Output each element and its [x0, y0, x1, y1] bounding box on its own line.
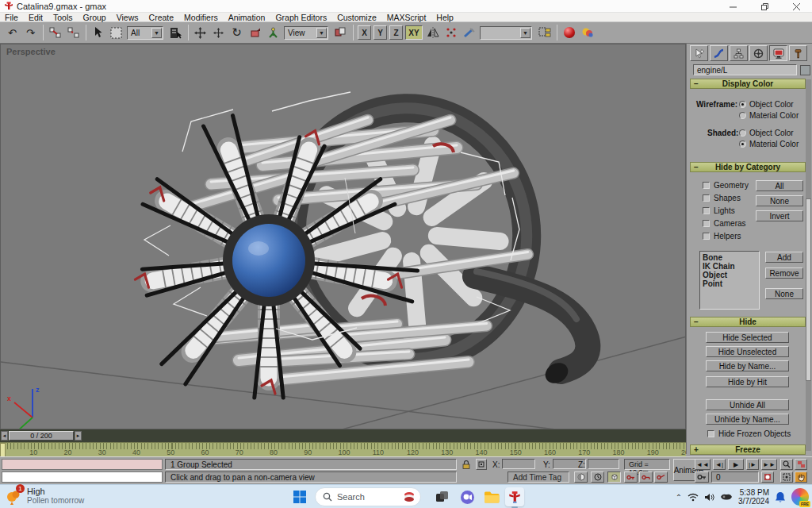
add-time-tag[interactable]: Add Time Tag: [508, 471, 569, 483]
cameras-checkbox[interactable]: [703, 220, 710, 227]
unhide-by-name-button[interactable]: Unhide by Name...: [706, 414, 789, 425]
start-button[interactable]: [290, 487, 309, 506]
category-list-box[interactable]: Bone IK Chain Object Point: [699, 251, 760, 310]
menu-create[interactable]: Create: [149, 13, 174, 22]
unlink-selection-icon[interactable]: [66, 25, 81, 40]
tab-motion[interactable]: [749, 45, 768, 61]
x-coord-field[interactable]: [502, 459, 535, 469]
hide-frozen-checkbox[interactable]: [707, 430, 714, 437]
menu-edit[interactable]: Edit: [29, 13, 43, 22]
list-item[interactable]: IK Chain Object: [703, 262, 759, 279]
menu-modifiers[interactable]: Modifiers: [184, 13, 218, 22]
select-object-icon[interactable]: [90, 25, 105, 40]
pan-hand-icon[interactable]: [795, 471, 807, 483]
select-and-rotate-icon[interactable]: ↻: [229, 25, 244, 40]
list-item[interactable]: Point: [703, 279, 759, 288]
menu-group[interactable]: Group: [83, 13, 106, 22]
next-frame-button[interactable]: |►: [746, 459, 759, 470]
menu-tools[interactable]: Tools: [53, 13, 73, 22]
go-to-end-button[interactable]: ►►: [761, 459, 777, 470]
gmax-taskbar-button[interactable]: [505, 487, 524, 506]
hide-unselected-button[interactable]: Hide Unselected: [706, 346, 789, 357]
align-icon[interactable]: [443, 25, 458, 40]
current-frame-field[interactable]: 0: [711, 471, 759, 483]
frame-forward-arrow[interactable]: ►: [75, 431, 82, 441]
hide-by-name-button[interactable]: Hide by Name...: [706, 360, 789, 371]
maxscript-listener-white[interactable]: [2, 471, 163, 483]
volume-icon[interactable]: [704, 493, 714, 502]
play-button[interactable]: ▶: [728, 459, 744, 470]
lights-checkbox[interactable]: [703, 207, 710, 214]
object-name-field[interactable]: engine/L: [693, 64, 797, 75]
undo-icon[interactable]: ↶: [5, 25, 20, 40]
key-toggle-icon[interactable]: [695, 471, 709, 483]
degradation-override-icon[interactable]: [574, 471, 588, 483]
time-configuration-icon[interactable]: [591, 471, 604, 483]
rollout-freeze[interactable]: + Freeze: [690, 444, 806, 455]
restrict-z-button[interactable]: Z: [389, 25, 403, 40]
snap-toggle-icon[interactable]: [462, 25, 477, 40]
time-config-button[interactable]: [761, 471, 774, 483]
tab-utilities[interactable]: [789, 45, 807, 61]
selection-filter-dropdown[interactable]: All ▼: [127, 26, 163, 40]
menu-animation[interactable]: Animation: [228, 13, 266, 22]
frame-back-arrow[interactable]: ◄: [1, 431, 8, 441]
menu-help[interactable]: Help: [436, 13, 454, 22]
zoom-icon[interactable]: [780, 459, 793, 470]
menu-graph-editors[interactable]: Graph Editors: [275, 13, 327, 22]
go-to-start-button[interactable]: ◄◄: [695, 459, 710, 470]
menu-maxscript[interactable]: MAXScript: [387, 13, 427, 22]
track-bar-frame-marker[interactable]: [0, 443, 6, 456]
perspective-viewport[interactable]: Perspective zxy: [0, 44, 686, 429]
select-by-name-icon[interactable]: [168, 25, 183, 40]
hide-by-hit-button[interactable]: Hide by Hit: [706, 376, 789, 387]
tab-modify[interactable]: [710, 45, 728, 61]
unhide-all-button[interactable]: Unhide All: [706, 399, 789, 410]
redo-icon[interactable]: ↷: [23, 25, 38, 40]
restrict-xy-plane-button[interactable]: XY: [405, 25, 423, 40]
use-pivot-center-icon[interactable]: [333, 25, 348, 40]
restrict-x-button[interactable]: X: [358, 25, 371, 40]
material-editor-icon[interactable]: [561, 25, 576, 40]
crossing-selection-icon[interactable]: [607, 471, 621, 483]
zoom-all-icon[interactable]: [795, 459, 807, 470]
wireframe-object-color-radio[interactable]: [739, 101, 746, 108]
shapes-checkbox[interactable]: [703, 194, 710, 202]
select-and-scale-icon[interactable]: [247, 25, 262, 40]
named-selection-dropdown[interactable]: ▼: [480, 26, 532, 40]
minimize-button[interactable]: [717, 0, 749, 13]
shaded-material-color-radio[interactable]: [739, 140, 746, 148]
category-add-button[interactable]: Add: [765, 252, 803, 263]
key-filter-icon[interactable]: [639, 471, 653, 483]
previous-frame-button[interactable]: ◄|: [713, 459, 726, 470]
viewport-3d-model[interactable]: zxy: [1, 44, 686, 429]
time-slider-track[interactable]: ◄ 0 / 200 ►: [0, 429, 686, 442]
select-and-link-icon[interactable]: [48, 25, 63, 40]
rollout-hide[interactable]: − Hide: [690, 317, 806, 327]
absolute-mode-icon[interactable]: [476, 459, 487, 470]
chat-app-button[interactable]: [458, 487, 477, 506]
coordinate-system-dropdown[interactable]: View ▼: [284, 26, 328, 40]
selection-lock-icon[interactable]: [460, 459, 472, 470]
battery-icon[interactable]: [720, 493, 733, 501]
category-none-button[interactable]: None: [756, 195, 803, 206]
object-color-swatch[interactable]: [800, 65, 810, 75]
select-and-move-icon[interactable]: [193, 25, 208, 40]
helpers-checkbox[interactable]: [703, 233, 710, 240]
wireframe-material-color-radio[interactable]: [739, 112, 746, 119]
tab-create[interactable]: [690, 45, 708, 61]
file-explorer-button[interactable]: [482, 487, 501, 506]
restore-button[interactable]: [749, 0, 780, 13]
tray-chevron-icon[interactable]: ⌃: [676, 493, 682, 502]
rollout-hide-by-category[interactable]: − Hide by Category: [690, 162, 806, 172]
z-coord-field[interactable]: [588, 459, 619, 469]
tab-display[interactable]: [769, 45, 787, 61]
menu-file[interactable]: File: [5, 13, 18, 22]
selection-region-icon[interactable]: [109, 25, 124, 40]
close-button[interactable]: [780, 0, 812, 13]
track-bar[interactable]: 1020304050607080901001101201301401501601…: [0, 442, 686, 456]
zoom-region-icon[interactable]: [780, 471, 793, 483]
restrict-y-button[interactable]: Y: [373, 25, 387, 40]
menu-customize[interactable]: Customize: [337, 13, 377, 22]
weather-widget[interactable]: 1 High Pollen tomorrow: [5, 487, 84, 505]
